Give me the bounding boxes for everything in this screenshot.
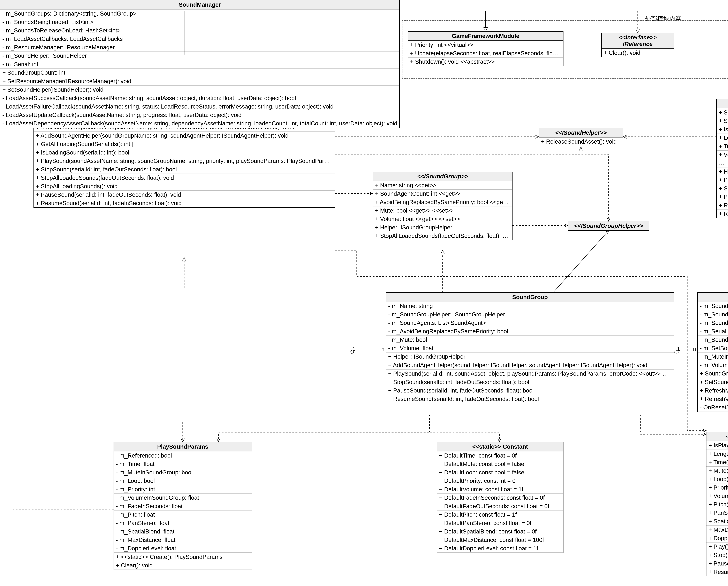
member: + SoundGroup: ISoundGroup <box>698 369 728 378</box>
soundagent-methods: + SetSoundAsset(object): bool + RefreshM… <box>698 378 728 411</box>
member: + RefreshMute(): void <box>698 386 728 395</box>
member: - m_Volume: float <box>386 344 674 352</box>
member: + SetSoundHelper(ISoundHelper): void <box>0 85 399 94</box>
member: + IsPlaying(): bool <box>706 441 728 450</box>
member: + Play(fadeInSeconds: float): void <box>717 176 728 184</box>
member: + PauseSound(serialId: int, fadeOutSecon… <box>34 190 334 199</box>
member: - m_MaxDistance: float <box>114 536 252 544</box>
member: - m_SoundHelper: ISoundHelper <box>698 310 728 319</box>
member: + Loop(): bool <box>706 475 728 483</box>
member: + DefaultTime: const float = 0f <box>437 451 563 460</box>
member: + Helper: ISoundGroupHelper <box>386 352 674 361</box>
member: + Pitch(): float <box>706 500 728 509</box>
member: - m_SoundGroup: SoundGroup <box>698 302 728 310</box>
isoundgroup-members: + Name: string <<get>> + SoundAgentCount… <box>373 181 512 240</box>
gameframeworkmodule-class: GameFrameworkModule + Priority: int <<vi… <box>408 31 563 66</box>
multiplicity-label: n <box>693 346 696 352</box>
isoundagenthelper-interface: <<ISoundAgentHelper>> + IsPlaying(): boo… <box>706 432 728 577</box>
member: + <<static>> Create(): PlaySoundParams <box>114 553 252 561</box>
member: - m_SoundsBeingLoaded: List<int> <box>0 18 399 26</box>
member: + Mute(): bool <box>706 467 728 475</box>
member: - m_Serial: int <box>0 60 399 69</box>
member: + SpatialBlend(): float <box>706 517 728 526</box>
multiplicity-label: n <box>381 346 384 352</box>
member: + Shutdown(): void <<abstract>> <box>408 57 563 66</box>
isoundgrouphelper-interface: <<ISoundGroupHelper>> <box>568 221 649 231</box>
member: + RefreshVolume(): void <box>698 395 728 403</box>
member: - m_AvoidBeingReplacedBySamePriority: bo… <box>386 327 674 336</box>
member: + DefaultFadeOutSeconds: const float = 0… <box>437 502 563 510</box>
member: + SerialId: int <<get>> <box>717 117 728 125</box>
member: - m_FadeInSeconds: float <box>114 502 252 510</box>
member: + SoundAgentCount: int <<get>> <box>373 189 512 198</box>
member: + ReleaseSoundAsset(): void <box>539 137 623 146</box>
isoundhelper-members: + ReleaseSoundAsset(): void <box>539 137 623 146</box>
member: + AddSoundAgentHelper(soundHelper: ISoun… <box>386 361 674 369</box>
member: + VolumeInSoundGroup: float <<get>> <<se… <box>717 151 728 159</box>
member: - m_SoundsToReleaseOnLoad: HashSet<int> <box>0 26 399 35</box>
member: + Priority(): int <box>706 483 728 492</box>
isoundgroup-title: <<ISoundGroup>> <box>373 172 512 181</box>
soundmanager-fields: - m_SoundGroups: Dictionary<string, Soun… <box>0 9 399 77</box>
member: - m_SoundHelper: ISoundHelper <box>0 52 399 60</box>
constant-title: <<static>> Constant <box>437 442 563 451</box>
playsoundparams-title: PlaySoundParams <box>114 442 252 451</box>
playsoundparams-class: PlaySoundParams - m_Referenced: bool - m… <box>114 442 252 570</box>
member: + Stop(fadeOutSeconds: float): void <box>717 184 728 193</box>
member: - m_VolumeInSoundGroup: float <box>698 361 728 369</box>
soundgroup-uses-isoundagenthelper <box>641 415 706 434</box>
member: + PanStereo(): float <box>706 509 728 517</box>
member: + DefaultSpatialBlend: const float = 0f <box>437 527 563 536</box>
member: - m_SoundGroups: Dictionary<string, Soun… <box>0 9 399 18</box>
constant-members: + DefaultTime: const float = 0f + Defaul… <box>437 451 563 553</box>
member: + Time(): float <box>706 458 728 467</box>
member: - m_Mute: bool <box>386 336 674 344</box>
isoundagenthelper-members: + IsPlaying(): bool + Length(): float + … <box>706 441 728 576</box>
soundgroup-assoc-isoundgrouphelper <box>553 231 609 292</box>
constant-class: <<static>> Constant + DefaultTime: const… <box>437 442 563 553</box>
member: + Stop(): void <box>706 551 728 559</box>
member: - m_SpatialBlend: float <box>114 527 252 536</box>
member: + SoundGroupCount: int <box>0 69 399 77</box>
isoundgroup-interface: <<ISoundGroup>> + Name: string <<get>> +… <box>373 172 512 240</box>
member: + Length(): float <box>706 450 728 458</box>
member: + StopAllLoadingSounds(): void <box>34 182 334 190</box>
member: + Reset(): void <box>717 210 728 218</box>
member: + Pause(): void <box>706 559 728 568</box>
soundagent-title: SoundAgent <box>698 293 728 302</box>
member: - m_Time: float <box>114 460 252 468</box>
playsoundparams-fields: - m_Referenced: bool - m_Time: float - m… <box>114 451 252 553</box>
member: + Helper: ISoundAgentHelper <box>717 167 728 176</box>
member: + DefaultVolume: const float = 1f <box>437 485 563 494</box>
ireference-interface: <<Interface>> IReference + Clear(): void <box>601 33 674 57</box>
member: - m_Referenced: bool <box>114 451 252 460</box>
member: + Play(): void <box>706 542 728 551</box>
member: - m_MuteInSoundGroup: bool <box>698 352 728 361</box>
member: + Resume(): void <box>706 568 728 576</box>
member: + Name: string <<get>> <box>373 181 512 189</box>
member: + PauseSound(serialId: int, fadeOutSecon… <box>386 386 674 395</box>
member: + IsPlaying: bool <<get>> <box>717 125 728 134</box>
member: - LoadAssetFailureCallback(soundAssetNam… <box>0 102 399 111</box>
member: + AddSoundAgentHelper(soundGroupName: st… <box>34 131 334 140</box>
member: + SetResourceManager(IResourceManager): … <box>0 77 399 85</box>
member: - LoadAssetSuccessCallback(soundAssetNam… <box>0 94 399 102</box>
soundagent-fields: - m_SoundGroup: SoundGroup - m_SoundHelp… <box>698 302 728 378</box>
member: + Resume(fadeInSeconds: float): void <box>717 201 728 210</box>
isoundagent-title: <<ISoundAgent>> <box>717 99 728 108</box>
soundgroup-methods: + AddSoundAgentHelper(soundHelper: ISoun… <box>386 361 674 403</box>
soundgroup-uses-playsoundparams <box>218 415 429 442</box>
gameframeworkmodule-title: GameFrameworkModule <box>408 32 563 41</box>
member: - m_MuteInSoundGroup: bool <box>114 468 252 477</box>
member: - m_SoundAsset: object <box>698 336 728 344</box>
gameframeworkmodule-members: + Priority: int <<virtual>> + Update(ela… <box>408 41 563 66</box>
member: - m_Priority: int <box>114 485 252 494</box>
member: + SetSoundAsset(object): bool <box>698 378 728 386</box>
member: - LoadAssetDependencyAssetCallback(sound… <box>0 119 399 128</box>
member: + StopSound(serialId: int, fadeOutSecond… <box>34 165 334 174</box>
member: - LoadAssetUpdateCallback(soundAssetName… <box>0 111 399 119</box>
member: - m_SoundAgentHelper: ISoundAgentHelper <box>698 319 728 327</box>
member: - m_Loop: bool <box>114 477 252 485</box>
soundgroup-title: SoundGroup <box>386 293 674 302</box>
member: - m_SetSoundAssetTime: DateTime <box>698 344 728 352</box>
